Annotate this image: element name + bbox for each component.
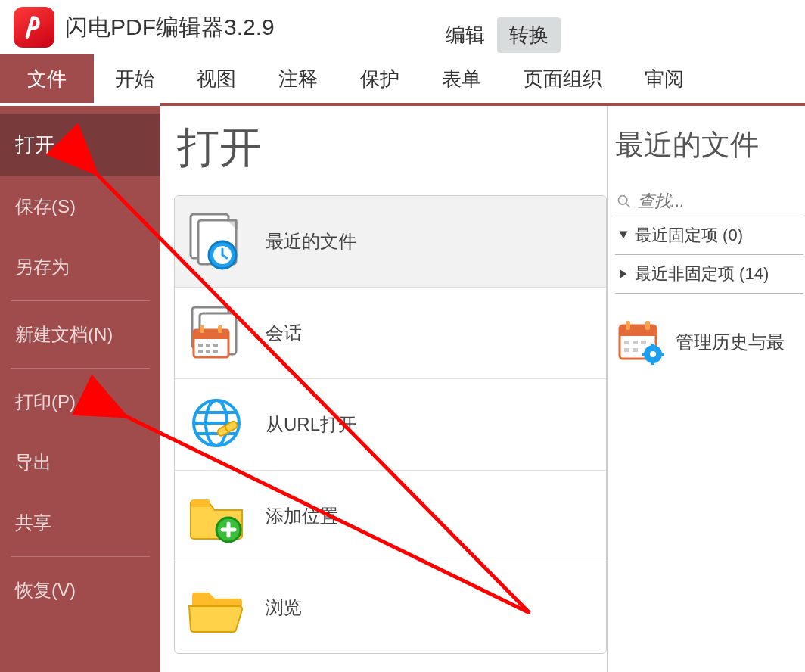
open-option-label: 会话 <box>266 321 302 345</box>
recent-search-input[interactable] <box>638 191 802 211</box>
svg-rect-38 <box>642 353 647 356</box>
ribbon-tab-start[interactable]: 开始 <box>94 54 176 103</box>
svg-line-25 <box>626 203 629 207</box>
svg-rect-28 <box>626 321 630 330</box>
open-option-recent[interactable]: 最近的文件 <box>175 196 606 287</box>
svg-rect-31 <box>632 341 638 344</box>
ribbon-tab-review[interactable]: 审阅 <box>623 54 705 103</box>
sidebar-item-export[interactable]: 导出 <box>0 432 160 493</box>
svg-rect-37 <box>651 360 654 365</box>
open-option-browse[interactable]: 浏览 <box>175 562 606 653</box>
title-bar: 闪电PDF编辑器3.2.9 编辑 转换 <box>0 0 805 54</box>
svg-rect-13 <box>198 350 203 353</box>
svg-rect-15 <box>213 350 218 353</box>
main-area: 打开 保存(S) 另存为 新建文档(N) 打印(P) 导出 共享 恢复(V) 打… <box>0 106 805 672</box>
svg-rect-14 <box>206 350 210 353</box>
open-option-url[interactable]: 从URL打开 <box>175 378 606 470</box>
recent-search[interactable] <box>615 187 803 216</box>
globe-link-icon <box>184 394 253 455</box>
svg-rect-10 <box>198 344 203 347</box>
sidebar-separator <box>11 556 150 557</box>
recent-panel: 最近的文件 最近固定项 (0) 最近非固定项 (14) <box>607 106 803 672</box>
open-option-add-location[interactable]: 添加位置 <box>175 470 606 562</box>
svg-rect-36 <box>651 344 654 348</box>
open-panel-title: 打开 <box>174 120 607 177</box>
mode-convert-button[interactable]: 转换 <box>497 17 561 53</box>
sidebar-item-recover[interactable]: 恢复(V) <box>0 560 160 621</box>
app-logo-icon <box>14 7 54 48</box>
sidebar-separator <box>11 368 150 369</box>
recent-panel-title: 最近的文件 <box>615 126 803 164</box>
svg-rect-39 <box>659 353 664 356</box>
svg-point-40 <box>650 351 656 357</box>
svg-rect-12 <box>213 344 218 347</box>
manage-history-button[interactable]: 管理历史与最 <box>615 316 803 368</box>
svg-rect-32 <box>641 341 646 344</box>
folder-add-icon <box>184 486 253 546</box>
svg-rect-34 <box>632 348 638 352</box>
mode-switch: 编辑 转换 <box>434 17 561 53</box>
folder-open-icon <box>184 577 253 638</box>
ribbon-tab-view[interactable]: 视图 <box>176 54 257 103</box>
search-icon <box>617 193 632 210</box>
ribbon-tab-protect[interactable]: 保护 <box>339 54 421 103</box>
file-menu-sidebar: 打开 保存(S) 另存为 新建文档(N) 打印(P) 导出 共享 恢复(V) <box>0 106 160 672</box>
ribbon-tab-form[interactable]: 表单 <box>421 54 502 103</box>
svg-rect-8 <box>200 325 204 333</box>
svg-rect-27 <box>620 325 656 336</box>
recent-files-icon <box>184 211 253 272</box>
svg-rect-33 <box>624 348 629 352</box>
svg-rect-9 <box>218 325 222 333</box>
expand-icon <box>618 230 629 241</box>
svg-rect-29 <box>645 321 650 330</box>
ribbon-tab-file[interactable]: 文件 <box>0 54 94 103</box>
sidebar-item-open[interactable]: 打开 <box>0 114 160 176</box>
recent-unpinned-label: 最近非固定项 (14) <box>635 263 769 285</box>
sidebar-item-new[interactable]: 新建文档(N) <box>0 304 160 365</box>
sidebar-separator <box>11 300 150 301</box>
sidebar-item-print[interactable]: 打印(P) <box>0 372 160 432</box>
app-title: 闪电PDF编辑器3.2.9 <box>65 12 275 43</box>
open-option-label: 最近的文件 <box>266 229 356 254</box>
sidebar-item-save[interactable]: 保存(S) <box>0 176 160 237</box>
open-option-label: 浏览 <box>266 596 302 620</box>
mode-edit-button[interactable]: 编辑 <box>434 17 497 53</box>
svg-rect-7 <box>194 330 228 339</box>
ribbon-tab-comment[interactable]: 注释 <box>257 54 339 103</box>
session-icon <box>184 303 253 363</box>
ribbon-tab-organize[interactable]: 页面组织 <box>502 54 623 103</box>
open-option-label: 从URL打开 <box>266 412 356 437</box>
calendar-gear-icon <box>615 316 667 368</box>
open-options-list: 最近的文件 会话 <box>174 195 607 654</box>
sidebar-item-saveas[interactable]: 另存为 <box>0 237 160 297</box>
open-panel: 打开 最近的文件 <box>160 106 607 672</box>
recent-pinned-label: 最近固定项 (0) <box>635 224 743 247</box>
sidebar-item-share[interactable]: 共享 <box>0 493 160 553</box>
ribbon-tabs: 文件 开始 视图 注释 保护 表单 页面组织 审阅 <box>0 54 805 103</box>
open-option-label: 添加位置 <box>266 504 338 528</box>
recent-pinned-section[interactable]: 最近固定项 (0) <box>615 216 803 255</box>
collapse-icon <box>618 269 629 279</box>
svg-rect-30 <box>624 341 629 344</box>
open-option-session[interactable]: 会话 <box>175 287 606 378</box>
svg-rect-11 <box>206 344 210 347</box>
recent-unpinned-section[interactable]: 最近非固定项 (14) <box>615 255 803 294</box>
manage-history-label: 管理历史与最 <box>676 330 785 354</box>
